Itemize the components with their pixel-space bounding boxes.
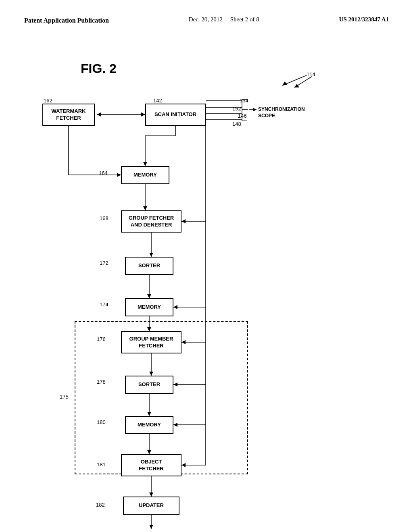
- diagram-container: FIG. 2 114 WATERMARK FETCHER 162 SCAN IN…: [0, 29, 413, 529]
- ref-181: 181: [97, 461, 106, 468]
- sync-scope-label: SYNCHRONIZATION SCOPE: [258, 106, 323, 119]
- svg-marker-20: [147, 294, 151, 298]
- updater-box: UPDATER: [123, 497, 179, 515]
- object-fetcher-box: OBJECT FETCHER: [121, 454, 181, 476]
- memory1-box: MEMORY: [121, 166, 169, 184]
- ref-164: 164: [99, 170, 108, 176]
- group-fetcher-box: GROUP FETCHER AND DENESTER: [121, 210, 181, 233]
- watermark-fetcher-box: WATERMARK FETCHER: [42, 104, 95, 126]
- memory2-box: MEMORY: [125, 298, 173, 316]
- svg-marker-4: [141, 112, 145, 116]
- svg-marker-1: [282, 81, 287, 85]
- ref-162: 162: [44, 98, 52, 104]
- ref-175: 175: [60, 394, 69, 400]
- ref-176: 176: [97, 336, 106, 342]
- svg-marker-16: [181, 219, 186, 223]
- svg-line-0: [282, 75, 307, 85]
- scan-initiator-box: SCAN INITIATOR: [145, 104, 206, 126]
- ref-146: 146: [238, 113, 247, 119]
- svg-marker-63: [294, 84, 299, 87]
- ref-142: 142: [153, 98, 162, 104]
- ref-152: 152: [232, 106, 241, 112]
- ref-182: 182: [96, 502, 105, 508]
- svg-marker-18: [149, 253, 153, 257]
- header-sheet: Sheet 2 of 8: [230, 16, 259, 23]
- ref-174: 174: [100, 301, 108, 308]
- svg-marker-61: [253, 108, 257, 111]
- ref-178: 178: [97, 379, 106, 385]
- sorter1-box: SORTER: [125, 257, 173, 275]
- svg-marker-13: [143, 206, 147, 210]
- sorter2-box: SORTER: [125, 376, 173, 394]
- header-left: Patent Application Publication: [24, 16, 109, 25]
- svg-marker-11: [117, 173, 121, 177]
- svg-marker-3: [97, 112, 101, 116]
- memory3-box: MEMORY: [125, 416, 173, 434]
- ref-148: 148: [232, 121, 241, 127]
- page-header: Patent Application Publication Dec. 20, …: [0, 0, 413, 25]
- svg-marker-8: [143, 162, 147, 166]
- svg-marker-45: [149, 493, 153, 497]
- svg-line-62: [294, 77, 312, 87]
- svg-marker-47: [149, 525, 153, 529]
- fig-title: FIG. 2: [81, 61, 117, 76]
- group-member-fetcher-box: GROUP MEMBER FETCHER: [121, 331, 181, 353]
- header-date: Dec. 20, 2012: [189, 16, 223, 23]
- ref-180: 180: [97, 419, 106, 425]
- ref-172: 172: [100, 260, 108, 266]
- ref-168: 168: [100, 215, 108, 221]
- header-center: Dec. 20, 2012 Sheet 2 of 8: [189, 16, 259, 23]
- header-right: US 2012/323847 A1: [339, 16, 389, 23]
- svg-marker-23: [173, 305, 177, 309]
- ref-154: 154: [240, 98, 248, 104]
- ref-114: 114: [307, 71, 315, 77]
